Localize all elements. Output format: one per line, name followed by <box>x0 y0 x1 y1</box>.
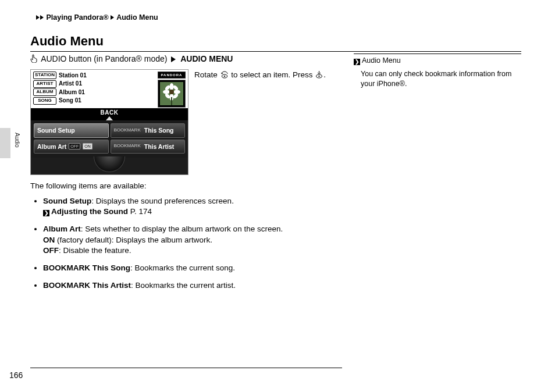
side-note-body: You can only check bookmark information … <box>354 69 521 89</box>
page-title: Audio Menu <box>30 33 521 52</box>
svg-point-10 <box>169 90 174 94</box>
note-icon: ❯ <box>354 59 360 65</box>
operation-path: AUDIO button (in Pandora® mode) AUDIO ME… <box>30 54 342 66</box>
rotate-knob-icon <box>220 71 229 81</box>
main-column: AUDIO button (in Pandora® mode) AUDIO ME… <box>30 54 342 298</box>
breadcrumb: Playing Pandora® Audio Menu <box>36 13 158 23</box>
info-tag-album: ALBUM <box>33 88 56 96</box>
side-note-heading: Audio Menu <box>362 56 401 65</box>
info-val-album: Album 01 <box>59 88 154 97</box>
info-tag-station: STATION <box>33 72 56 79</box>
info-tag-song: SONG <box>33 97 56 105</box>
dial-graphic <box>94 156 125 172</box>
page-number: 166 <box>9 370 23 381</box>
rotate-instruction: Rotate to select an item. Press . <box>194 69 342 81</box>
breadcrumb-level1: Playing Pandora® <box>46 13 108 22</box>
hand-press-icon <box>30 54 37 66</box>
svg-rect-11 <box>171 97 172 105</box>
svg-point-15 <box>319 76 321 77</box>
items-intro: The following items are available: <box>30 181 342 191</box>
path-arrow-icon <box>171 56 176 62</box>
breadcrumb-arrow-icon <box>36 15 40 20</box>
menu-bookmark-song: BOOKMARKThis Song <box>111 123 186 137</box>
back-label: BACK <box>101 109 119 116</box>
breadcrumb-arrow-icon <box>111 15 114 20</box>
operation-path-text: AUDIO button (in Pandora® mode) <box>41 54 167 63</box>
device-screenshot: STATION Station 01 ARTIST Artist 01 ALBU… <box>30 69 188 175</box>
info-val-song: Song 01 <box>59 97 154 105</box>
svg-point-2 <box>170 83 174 90</box>
menu-album-art: Album Art OFFON <box>34 140 109 154</box>
item-bookmark-song: BOOKMARK This Song: Bookmarks the curren… <box>43 263 342 273</box>
pandora-logo: PANDORA <box>158 72 186 79</box>
item-list: Sound Setup: Displays the sound preferen… <box>30 196 342 291</box>
info-val-station: Station 01 <box>59 72 154 80</box>
up-caret-icon <box>106 116 113 120</box>
svg-point-4 <box>163 90 170 94</box>
section-thumb-tab <box>0 128 10 158</box>
info-val-artist: Artist 01 <box>59 80 154 88</box>
breadcrumb-level2: Audio Menu <box>116 13 158 22</box>
info-tag-artist: ARTIST <box>33 80 56 88</box>
menu-sound-setup: Sound Setup <box>34 123 109 137</box>
section-tab-label: Audio <box>13 133 21 148</box>
item-sound-setup: Sound Setup: Displays the sound preferen… <box>43 196 342 217</box>
item-bookmark-artist: BOOKMARK This Artist: Bookmarks the curr… <box>43 280 342 291</box>
xref-icon: ❯ <box>43 210 49 216</box>
svg-point-5 <box>173 90 180 94</box>
press-knob-icon <box>315 70 323 81</box>
menu-bookmark-artist: BOOKMARKThis Artist <box>111 140 186 154</box>
footer-rule <box>30 368 342 368</box>
svg-point-13 <box>223 76 225 77</box>
operation-path-target: AUDIO MENU <box>180 54 233 63</box>
breadcrumb-arrow-icon <box>40 15 44 20</box>
album-art-thumbnail <box>158 80 186 108</box>
side-note-column: ❯Audio Menu You can only check bookmark … <box>354 54 521 370</box>
item-album-art: Album Art: Sets whether to display the a… <box>43 224 342 256</box>
